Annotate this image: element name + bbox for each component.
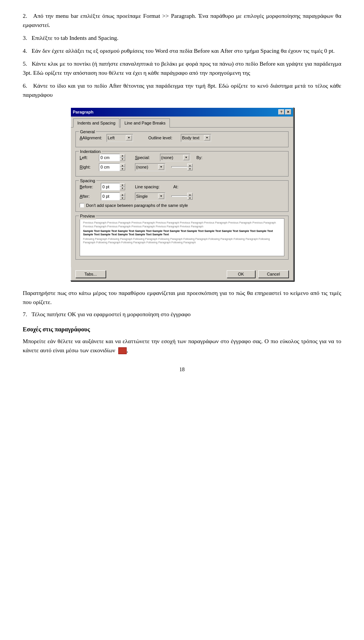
by-spin-up[interactable]: ▲ bbox=[187, 164, 193, 167]
dialog-title: Paragraph bbox=[73, 109, 93, 115]
at-spin-buttons: ▲ ▼ bbox=[187, 193, 193, 200]
outline-dropdown-arrow: ▼ bbox=[204, 135, 210, 140]
special-label: Special: bbox=[135, 154, 158, 161]
before-spin: 0 pt ▲ ▼ bbox=[101, 183, 125, 191]
tab-line-page-breaks[interactable]: Line and Page Breaks bbox=[120, 118, 169, 128]
dialog-body: General AAlignment: Left ▼ Outline level… bbox=[71, 127, 293, 267]
help-button[interactable]: ? bbox=[278, 109, 284, 115]
preview-box: Previous Paragraph Previous Paragraph Pr… bbox=[80, 218, 284, 256]
dialog-tabs: Indents and Spacing Line and Page Breaks bbox=[71, 117, 293, 128]
after-spin-down[interactable]: ▼ bbox=[120, 196, 125, 200]
by-spin-buttons: ▲ ▼ bbox=[187, 164, 193, 170]
before-input[interactable]: 0 pt bbox=[101, 183, 120, 191]
dont-add-label: Don't add space between paragraphs of th… bbox=[86, 202, 188, 209]
item-7: 7. Τέλος πατήστε ΟΚ για να εφαρμοστεί η … bbox=[23, 310, 341, 319]
at-spin: ▲ ▼ bbox=[171, 193, 193, 200]
item-5: 5. Κάντε κλικ με το ποντίκι (ή πατήστε ε… bbox=[23, 59, 341, 77]
at-spin-down[interactable]: ▼ bbox=[187, 196, 193, 200]
titlebar-buttons: ? ✕ bbox=[278, 109, 291, 115]
outline-dropdown[interactable]: Body text ▼ bbox=[181, 134, 211, 142]
ok-button[interactable]: OK bbox=[227, 270, 255, 278]
special-dropdown[interactable]: (none) ▼ bbox=[160, 154, 190, 162]
general-label: General bbox=[79, 129, 96, 135]
at-spin-up[interactable]: ▲ bbox=[187, 193, 193, 196]
alignment-dropdown-arrow: ▼ bbox=[126, 135, 132, 140]
doc-icon bbox=[118, 347, 127, 354]
preview-previous: Previous Paragraph Previous Paragraph Pr… bbox=[83, 221, 281, 229]
dialog-container: Paragraph ? ✕ Indents and Spacing Line a… bbox=[23, 107, 341, 281]
dialog-buttons: Tabs... OK Cancel bbox=[71, 270, 293, 278]
note-paragraph: Παρατηρήστε πως στο κάτω μέρος του παραθ… bbox=[23, 288, 341, 307]
preview-label: Preview bbox=[79, 213, 96, 219]
special-value-dropdown[interactable]: (none) ▼ bbox=[135, 163, 165, 171]
right-spin-up[interactable]: ▲ bbox=[120, 164, 125, 167]
item-6-num: 6. bbox=[23, 82, 27, 89]
at-input[interactable] bbox=[171, 195, 187, 197]
section-text: Μπορείτε εάν θέλετε να αυξάνετε και να ε… bbox=[23, 338, 341, 353]
section-paragraph: Μπορείτε εάν θέλετε να αυξάνετε και να ε… bbox=[23, 337, 341, 355]
line-spacing-label: Line spacing: bbox=[135, 184, 167, 190]
dont-add-checkbox[interactable] bbox=[80, 203, 84, 208]
left-spin-up[interactable]: ▲ bbox=[120, 154, 125, 158]
right-label: Right: bbox=[80, 164, 97, 170]
line-spacing-dropdown[interactable]: Single ▼ bbox=[135, 192, 165, 200]
item-3-num: 3. bbox=[23, 35, 27, 41]
alignment-label: AAlignment: bbox=[80, 135, 104, 141]
before-label: Before: bbox=[80, 184, 99, 190]
item-5-text: Κάντε κλικ με το ποντίκι (ή πατήστε επαν… bbox=[23, 60, 341, 76]
right-spin-buttons: ▲ ▼ bbox=[120, 164, 125, 170]
alignment-row: AAlignment: Left ▼ Outline level: Body t… bbox=[80, 134, 284, 142]
after-row: After: 0 pt ▲ ▼ Single ▼ bbox=[80, 192, 284, 200]
item-2-num: 2. bbox=[23, 13, 27, 19]
right-row: Right: 0 cm ▲ ▼ (none) ▼ bbox=[80, 163, 284, 171]
item-6-text: Κάντε το ίδιο και για το πεδίο After θέτ… bbox=[23, 82, 341, 98]
indentation-label: Indentation bbox=[79, 148, 102, 155]
preview-sample: Sample Text Sample Text Sample Text Samp… bbox=[83, 229, 281, 237]
left-row: Left: 0 cm ▲ ▼ Special: (none) ▼ By: bbox=[80, 154, 284, 162]
item-7-num: 7. bbox=[23, 311, 27, 317]
item-2-text: Από την menu bar επιλέξτε όπως προείπαμε… bbox=[23, 13, 341, 28]
close-button[interactable]: ✕ bbox=[285, 109, 291, 115]
item-6: 6. Κάντε το ίδιο και για το πεδίο After … bbox=[23, 81, 341, 99]
right-spin-down[interactable]: ▼ bbox=[120, 167, 125, 170]
before-spin-up[interactable]: ▲ bbox=[120, 183, 125, 187]
item-4-num: 4. bbox=[23, 47, 27, 54]
item-4-text: Εάν δεν έχετε αλλάξει τις εξ ορισμού ρυθ… bbox=[31, 47, 334, 54]
note-text: Παρατηρήστε πως στο κάτω μέρος του παραθ… bbox=[23, 290, 341, 305]
left-spin: 0 cm ▲ ▼ bbox=[99, 154, 125, 162]
after-spin-buttons: ▲ ▼ bbox=[120, 193, 125, 200]
item-5-num: 5. bbox=[23, 60, 27, 67]
at-label: At: bbox=[173, 184, 181, 190]
cancel-button[interactable]: Cancel bbox=[258, 270, 289, 278]
spacing-label: Spacing bbox=[79, 178, 96, 184]
general-section: General AAlignment: Left ▼ Outline level… bbox=[75, 131, 289, 147]
after-spin-up[interactable]: ▲ bbox=[120, 193, 125, 196]
item-4: 4. Εάν δεν έχετε αλλάξει τις εξ ορισμού … bbox=[23, 46, 341, 55]
after-label: After: bbox=[80, 193, 99, 200]
by-input[interactable] bbox=[171, 166, 187, 168]
after-input[interactable]: 0 pt bbox=[101, 192, 120, 200]
left-input[interactable]: 0 cm bbox=[99, 154, 120, 162]
by-spin: ▲ ▼ bbox=[171, 164, 193, 170]
section-heading: Εσοχές στις παραγράφους bbox=[23, 325, 341, 334]
by-spin-down[interactable]: ▼ bbox=[187, 167, 193, 170]
line-spacing-arrow: ▼ bbox=[158, 194, 164, 199]
tab-indents-spacing[interactable]: Indents and Spacing bbox=[73, 118, 119, 128]
left-spin-buttons: ▲ ▼ bbox=[120, 154, 125, 161]
spacing-section: Spacing Before: 0 pt ▲ ▼ Line spacing: A… bbox=[75, 180, 289, 212]
paragraph-dialog: Paragraph ? ✕ Indents and Spacing Line a… bbox=[70, 107, 294, 281]
special-dropdown-arrow: ▼ bbox=[183, 155, 189, 160]
tabs-button[interactable]: Tabs... bbox=[75, 270, 106, 278]
special-val-arrow: ▼ bbox=[158, 164, 164, 170]
item-2: 2. Από την menu bar επιλέξτε όπως προείπ… bbox=[23, 11, 341, 30]
alignment-dropdown[interactable]: Left ▼ bbox=[107, 134, 133, 142]
left-spin-down[interactable]: ▼ bbox=[120, 158, 125, 161]
right-spin: 0 cm ▲ ▼ bbox=[99, 163, 125, 171]
before-row: Before: 0 pt ▲ ▼ Line spacing: At: bbox=[80, 183, 284, 191]
outline-label: Outline level: bbox=[148, 135, 179, 141]
right-input[interactable]: 0 cm bbox=[99, 163, 120, 171]
before-spin-down[interactable]: ▼ bbox=[120, 187, 125, 190]
item-7-text: Τέλος πατήστε ΟΚ για να εφαρμοστεί η μορ… bbox=[31, 311, 191, 317]
indentation-section: Indentation Left: 0 cm ▲ ▼ Special: (non… bbox=[75, 151, 289, 177]
by-label: By: bbox=[196, 154, 206, 161]
